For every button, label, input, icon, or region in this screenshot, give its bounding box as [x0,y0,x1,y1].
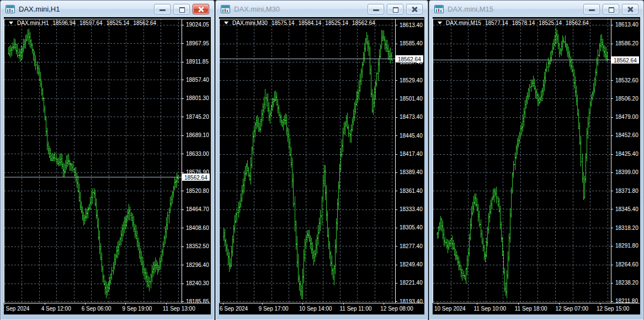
price-axis-label: 19024.05 [186,22,209,28]
close-button[interactable] [622,4,638,14]
price-axis-label: 18371.80 [615,188,638,194]
svg-text:18562.64: 18562.64 [184,175,207,181]
price-axis-label: 18473.40 [400,114,423,120]
price-axis-label: 18417.40 [400,151,423,157]
price-axis[interactable]: 18613.4018586.2018559.4018532.6018506.20… [611,22,638,304]
price-axis-label: 18425.40 [615,151,638,157]
price-chart[interactable]: 19024.0518967.9518911.8518857.4018801.30… [4,17,211,314]
price-axis-label: 18249.40 [400,261,423,267]
price-axis-label: 18585.40 [400,40,423,46]
chart-window-m30: DAX.mini,M30 18613.4018585.4018557.40185… [215,0,428,320]
price-axis-label: 18445.40 [400,133,423,139]
price-axis-label: 18238.20 [615,280,638,286]
price-axis-label: 18305.40 [400,224,423,230]
minimize-icon [589,9,595,11]
chevron-down-icon[interactable] [224,22,228,24]
chart-grid [220,19,395,303]
price-axis-label: 18408.60 [186,225,209,231]
titlebar[interactable]: DAX.mini,M15 [430,1,643,17]
ohlc-bars [223,30,393,300]
chart-client-area: 18613.4018585.4018557.4018529.4018501.40… [219,17,424,314]
minimize-icon [373,9,379,11]
price-chart[interactable]: 18613.4018585.4018557.4018529.4018501.40… [219,17,424,314]
restore-button[interactable] [603,4,619,14]
chart-window-m15: DAX.mini,M15 18613.4018586.2018559.40185… [429,0,644,320]
price-axis-label: 18586.20 [615,40,638,46]
restore-icon [179,7,185,13]
price-chart[interactable]: 18613.4018586.2018559.4018532.6018506.20… [433,17,640,314]
close-icon [411,6,418,13]
price-axis-label: 18333.40 [400,206,423,212]
chart-canvas[interactable]: 18613.4018585.4018557.4018529.4018501.40… [219,17,424,314]
chart-window-icon[interactable] [221,5,230,13]
price-axis[interactable]: 18613.4018585.4018557.4018529.4018501.40… [395,22,423,305]
time-axis-label: 9 Sep 17:00 [259,306,289,312]
price-axis-label: 18352.50 [186,243,209,249]
minimize-button[interactable] [368,4,384,14]
price-axis-label: 18185.85 [186,298,209,305]
chart-canvas[interactable]: 19024.0518967.9518911.8518857.4018801.30… [4,17,211,314]
ohlc-bars [8,29,179,299]
price-axis-label: 18911.85 [186,59,209,65]
chart-grid [433,19,611,303]
time-axis-label: 12 Sep 08:00 [380,306,413,312]
price-axis-label: 18318.20 [615,225,638,231]
price-axis[interactable]: 19024.0518967.9518911.8518857.4018801.30… [182,22,209,304]
minimize-button[interactable] [154,4,171,14]
price-axis-label: 18389.40 [400,169,423,175]
chevron-down-icon[interactable] [438,22,442,24]
price-axis-label: 18529.40 [400,77,423,83]
price-axis-label: 18532.60 [615,77,638,83]
price-axis-label: 18506.20 [615,96,638,102]
price-axis-label: 18211.80 [615,298,638,304]
time-axis-label: 11 Sep 18:00 [515,306,547,312]
price-axis-label: 18801.30 [186,95,209,101]
time-axis[interactable]: 6 Sep 20249 Sep 17:0010 Sep 14:0011 Sep … [220,303,413,312]
chart-window-icon[interactable] [6,5,15,13]
price-axis-label: 18193.40 [400,298,423,305]
price-axis-label: 18633.00 [186,151,209,157]
time-axis-label: 11 Sep 13:00 [163,306,195,312]
titlebar[interactable]: DAX.mini,M30 [216,1,427,17]
time-axis[interactable]: 10 Sep 202411 Sep 10:0011 Sep 18:0012 Se… [434,303,630,312]
chevron-down-icon[interactable] [9,22,13,24]
close-button[interactable] [193,4,209,14]
price-axis-label: 18613.40 [615,22,638,28]
titlebar[interactable]: DAX.mini,H1 [1,1,214,17]
price-axis-label: 18361.40 [400,188,423,194]
time-axis-label: 12 Sep 07:00 [556,306,589,312]
time-axis[interactable]: 2 Sep 20244 Sep 12:006 Sep 06:009 Sep 19… [4,303,195,312]
price-axis-label: 18479.00 [615,114,638,120]
price-axis-label: 18240.30 [186,280,209,286]
minimize-button[interactable] [583,4,600,14]
price-axis-label: 18689.10 [186,132,209,138]
restore-button[interactable] [173,4,190,14]
chart-grid [4,19,182,303]
price-axis-label: 18520.80 [186,188,209,194]
chart-client-area: 19024.0518967.9518911.8518857.4018801.30… [4,17,211,314]
minimize-icon [159,9,166,11]
price-axis-label: 18857.40 [186,77,209,83]
plot-border [220,19,424,303]
price-axis-label: 18613.40 [400,22,423,28]
svg-text:18562.64: 18562.64 [614,57,637,64]
price-axis-label: 18277.40 [400,243,423,249]
price-axis-label: 18967.95 [186,40,209,46]
chart-window-icon[interactable] [434,5,444,13]
time-axis-label: 4 Sep 12:00 [41,306,71,312]
price-axis-label: 18399.00 [615,169,638,175]
close-button[interactable] [406,4,423,14]
time-axis-label: 11 Sep 11:00 [340,306,372,312]
price-axis-label: 18296.40 [186,262,209,268]
plot-border [4,19,211,303]
window-title: DAX.mini,M15 [448,5,583,13]
restore-button[interactable] [387,4,403,14]
time-axis-label: 9 Sep 19:00 [122,306,152,312]
window-title: DAX.mini,H1 [19,5,154,13]
time-axis-label: 11 Sep 10:00 [473,306,506,312]
price-axis-label: 18745.20 [186,114,209,120]
price-axis-label: 18221.40 [400,280,423,286]
ohlc-bars [437,28,609,298]
window-controls [368,4,423,14]
chart-canvas[interactable]: 18613.4018586.2018559.4018532.6018506.20… [433,17,640,314]
